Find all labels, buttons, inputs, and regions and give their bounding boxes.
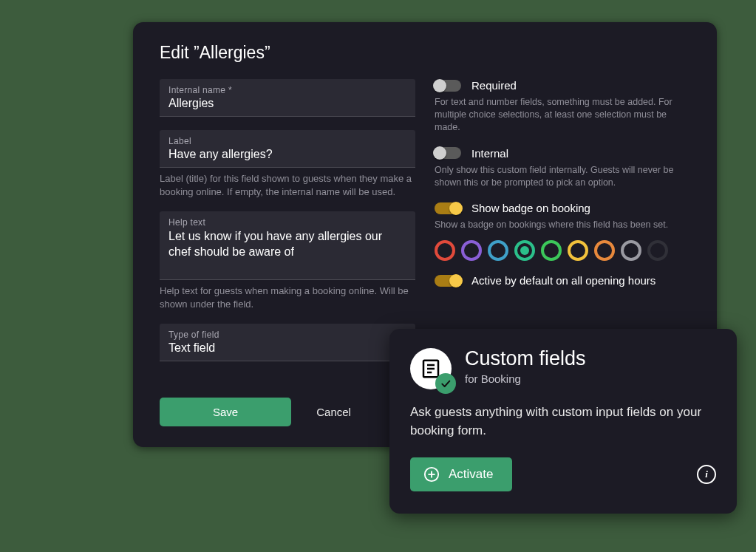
color-swatch[interactable]: [647, 240, 668, 261]
type-of-field-label: Type of field: [168, 330, 406, 340]
required-row: Required: [435, 79, 690, 92]
color-swatch[interactable]: [461, 240, 482, 261]
badge-toggle[interactable]: [435, 202, 461, 214]
card-header: Custom fields for Booking: [410, 348, 716, 389]
help-text-field[interactable]: Help text: [160, 211, 415, 280]
color-swatches: [435, 240, 690, 261]
dialog-columns: Internal name * Label Label (title) for …: [160, 79, 690, 361]
internal-name-input[interactable]: [168, 95, 406, 112]
save-button[interactable]: Save: [160, 398, 291, 426]
badge-hint: Show a badge on bookings where this fiel…: [435, 219, 690, 231]
card-description: Ask guests anything with custom input fi…: [410, 403, 716, 440]
required-toggle[interactable]: [435, 80, 461, 92]
active-toggle[interactable]: [435, 275, 461, 287]
internal-label: Internal: [471, 147, 508, 160]
internal-hint: Only show this custom field internally. …: [435, 164, 690, 189]
activate-label: Activate: [449, 467, 493, 482]
info-button[interactable]: i: [697, 465, 716, 484]
right-column: Required For text and number fields, som…: [435, 79, 690, 361]
internal-name-field[interactable]: Internal name *: [160, 79, 415, 117]
card-subtitle: for Booking: [465, 372, 586, 385]
card-icon-badge: [410, 348, 452, 389]
label-hint: Label (title) for this field shown to gu…: [160, 172, 415, 198]
internal-toggle[interactable]: [435, 147, 461, 159]
card-footer: Activate i: [410, 457, 716, 491]
internal-name-label: Internal name *: [168, 85, 406, 95]
plus-circle-icon: [423, 466, 440, 483]
label-input[interactable]: [168, 146, 406, 163]
type-of-field-value[interactable]: [168, 340, 406, 356]
cancel-button[interactable]: Cancel: [316, 406, 351, 418]
label-field-label: Label: [168, 136, 406, 146]
help-text-hint: Help text for guests when making a booki…: [160, 284, 415, 310]
required-hint: For text and number fields, something mu…: [435, 96, 690, 134]
type-of-field[interactable]: Type of field: [160, 324, 415, 361]
color-swatch[interactable]: [594, 240, 615, 261]
internal-row: Internal: [435, 147, 690, 160]
color-swatch[interactable]: [514, 240, 535, 261]
color-swatch[interactable]: [435, 240, 455, 261]
card-title-block: Custom fields for Booking: [465, 348, 586, 385]
dialog-actions: Save Cancel: [160, 398, 351, 426]
custom-fields-card: Custom fields for Booking Ask guests any…: [389, 329, 737, 514]
card-title: Custom fields: [465, 348, 586, 370]
active-label: Active by default on all opening hours: [471, 274, 655, 287]
color-swatch[interactable]: [488, 240, 508, 261]
label-field[interactable]: Label: [160, 130, 415, 168]
badge-label: Show badge on booking: [471, 202, 590, 214]
required-label: Required: [471, 79, 517, 92]
badge-row: Show badge on booking: [435, 202, 690, 214]
color-swatch[interactable]: [541, 240, 562, 261]
activate-button[interactable]: Activate: [410, 457, 512, 491]
dialog-title: Edit ”Allergies”: [160, 43, 690, 63]
check-icon: [435, 373, 456, 394]
active-row: Active by default on all opening hours: [435, 274, 690, 287]
help-text-label: Help text: [168, 217, 406, 228]
help-text-input[interactable]: [168, 228, 406, 272]
color-swatch[interactable]: [568, 240, 588, 261]
color-swatch[interactable]: [621, 240, 641, 261]
left-column: Internal name * Label Label (title) for …: [160, 79, 415, 361]
